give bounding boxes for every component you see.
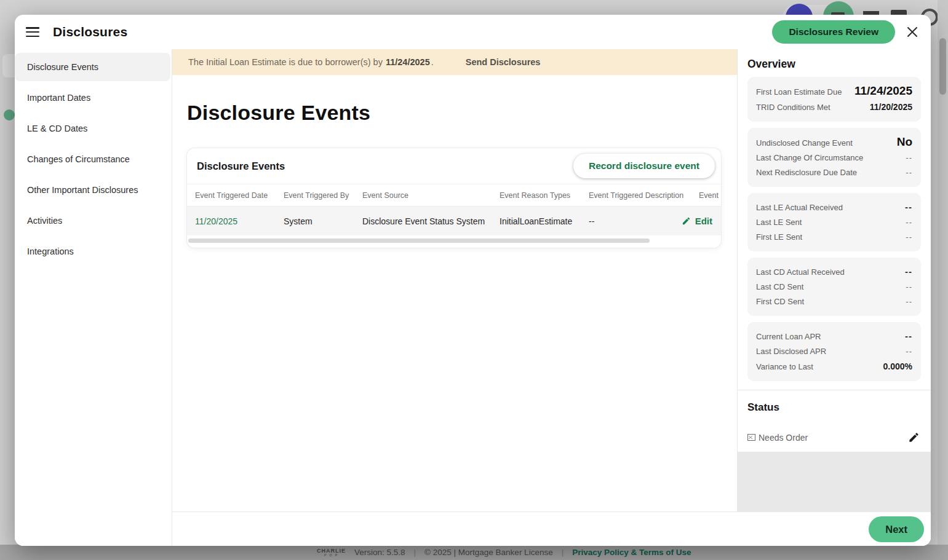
ov-label: Last Change Of Circumstance (756, 151, 863, 165)
table-horizontal-scrollbar[interactable] (188, 239, 650, 243)
footer-version: Version: 5.5.8 (354, 548, 405, 557)
ov-label: Next Redisclosure Due Date (756, 165, 857, 180)
footer-copyright: © 2025 | Mortgage Banker License (424, 548, 553, 557)
ov-value: 11/24/2025 (854, 84, 912, 98)
ov-value: 11/20/2025 (870, 100, 912, 114)
page-footer: CHARLIE P O P Version: 5.5.8 | © 2025 | … (0, 545, 948, 560)
ov-value: -- (906, 294, 912, 309)
ov-label: Undisclosed Change Event (756, 136, 853, 151)
page-scrollbar-thumb[interactable] (939, 38, 946, 95)
sidebar-item-le-cd-dates[interactable]: LE & CD Dates (15, 114, 170, 143)
page-title: Disclosure Events (187, 101, 737, 125)
edit-status-button[interactable] (907, 430, 921, 444)
ov-value: -- (906, 344, 912, 359)
next-button[interactable]: Next (869, 516, 924, 542)
cell-triggered-by: System (284, 216, 362, 226)
status-doc-icon (747, 434, 755, 441)
modal-footer: Next (172, 511, 931, 546)
panel-filler (738, 452, 931, 511)
footer-separator: | (414, 548, 416, 557)
status-row: Needs Order (747, 430, 921, 444)
overview-card-apr: Current Loan APR-- Last Disclosed APR-- … (747, 322, 921, 381)
overview-card-loan-estimate: First Loan Estimate Due11/24/2025 TRID C… (747, 77, 921, 122)
privacy-terms-link[interactable]: Privacy Policy & Terms of Use (572, 548, 691, 557)
column-event-reason-types: Event Reason Types (500, 191, 589, 200)
backdrop-avatar-left (4, 109, 15, 120)
modal-sidebar: Disclosure Events Important Dates LE & C… (15, 49, 172, 546)
banner-due-date: 11/24/2025 (386, 57, 430, 67)
ov-label: TRID Conditions Met (756, 100, 830, 115)
cell-reason-types: InitialLoanEstimate (500, 216, 589, 226)
ov-value: No (897, 135, 912, 149)
footer-separator: | (562, 548, 564, 557)
ov-value: -- (906, 215, 912, 230)
loan-estimate-due-banner: The Initial Loan Estimate is due to borr… (172, 49, 737, 75)
ov-label: Last CD Sent (756, 280, 803, 294)
card-title: Disclosure Events (197, 160, 285, 172)
banner-message: The Initial Loan Estimate is due to borr… (188, 57, 383, 67)
sidebar-item-disclosure-events[interactable]: Disclosure Events (15, 53, 170, 81)
ov-label: Variance to Last (756, 360, 813, 374)
edit-label: Edit (695, 216, 712, 226)
disclosures-modal: Disclosures Disclosures Review Disclosur… (15, 15, 931, 546)
overview-card-le: Last LE Actual Received-- Last LE Sent--… (747, 193, 921, 251)
column-event-triggered-description: Event Triggered Description (589, 191, 699, 200)
ov-label: Last LE Sent (756, 215, 802, 230)
charlie-pop-logo: CHARLIE P O P (317, 548, 346, 557)
ov-value: -- (906, 280, 912, 294)
close-icon[interactable] (904, 23, 921, 41)
overview-panel: Overview First Loan Estimate Due11/24/20… (737, 49, 931, 511)
overview-title: Overview (747, 58, 921, 71)
column-event-triggered-date: Event Triggered Date (195, 191, 284, 200)
pencil-icon (908, 432, 920, 443)
disclosure-events-card: Disclosure Events Record disclosure even… (187, 148, 721, 248)
sidebar-item-integrations[interactable]: Integrations (15, 237, 170, 266)
send-disclosures-link[interactable]: Send Disclosures (466, 57, 541, 67)
column-event-status-truncated: Event S (699, 191, 721, 200)
record-disclosure-event-button[interactable]: Record disclosure event (573, 154, 715, 178)
divider (738, 390, 931, 390)
sidebar-item-other-important-disclosures[interactable]: Other Important Disclosures (15, 176, 170, 204)
sidebar-item-activities[interactable]: Activities (15, 207, 170, 235)
ov-value: -- (906, 151, 912, 165)
table-row: 11/20/2025 System Disclosure Event Statu… (187, 207, 721, 235)
ov-value: 0.000% (883, 359, 912, 374)
cell-event-source: Disclosure Event Status System (362, 216, 500, 226)
table-header-row: Event Triggered Date Event Triggered By … (187, 184, 721, 207)
ov-label: First LE Sent (756, 230, 802, 245)
status-value: Needs Order (759, 433, 808, 443)
banner-period: . (431, 57, 434, 67)
column-event-triggered-by: Event Triggered By (284, 191, 362, 200)
column-event-source: Event Source (362, 191, 500, 200)
ov-label: Current Loan APR (756, 329, 821, 344)
overview-card-cd: Last CD Actual Received-- Last CD Sent--… (747, 258, 921, 316)
modal-title: Disclosures (53, 25, 127, 39)
ov-value: -- (905, 264, 912, 279)
ov-value: -- (906, 230, 912, 245)
hamburger-menu-icon[interactable] (26, 27, 39, 37)
backdrop-search-pill (2, 54, 15, 77)
modal-header: Disclosures Disclosures Review (15, 15, 931, 49)
ov-label: First CD Sent (756, 294, 804, 309)
ov-label: Last Disclosed APR (756, 344, 826, 359)
ov-value: -- (905, 329, 912, 344)
ov-label: Last LE Actual Received (756, 200, 843, 215)
disclosures-review-button[interactable]: Disclosures Review (772, 20, 895, 44)
edit-button[interactable]: Edit (682, 216, 712, 226)
ov-label: First Loan Estimate Due (756, 85, 842, 100)
ov-value: -- (905, 200, 912, 215)
pencil-icon (682, 216, 691, 226)
sidebar-item-important-dates[interactable]: Important Dates (15, 84, 170, 112)
ov-label: Last CD Actual Received (756, 265, 845, 280)
sidebar-item-changes-of-circumstance[interactable]: Changes of Circumstance (15, 145, 170, 173)
ov-value: -- (906, 165, 912, 180)
page-scrollbar-track[interactable] (938, 0, 948, 545)
status-title: Status (747, 401, 921, 414)
overview-card-change-event: Undisclosed Change EventNo Last Change O… (747, 128, 921, 187)
card-header: Disclosure Events Record disclosure even… (187, 148, 721, 184)
cell-triggered-date-link[interactable]: 11/20/2025 (195, 216, 284, 226)
main-content: The Initial Loan Estimate is due to borr… (172, 49, 737, 511)
